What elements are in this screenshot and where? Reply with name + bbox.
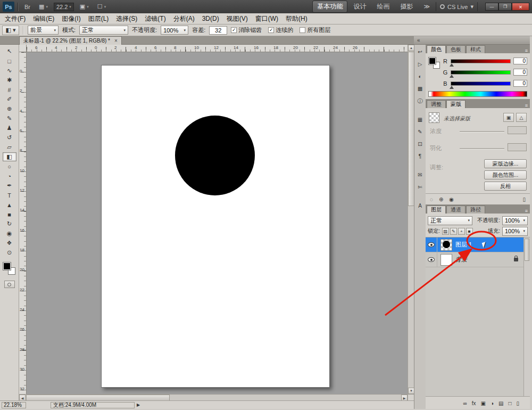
document-canvas[interactable] [101,65,330,388]
layer-comps-panel-icon[interactable]: ▦ [416,116,425,124]
minimize-button[interactable]: — [485,3,498,11]
add-pixel-mask-button[interactable]: ▣ [503,113,514,122]
clone-stamp-tool[interactable]: ♟ [3,124,16,133]
history-panel-icon[interactable]: ↩ [416,48,425,56]
panel-tab[interactable]: 色板 [446,45,466,53]
menu-item[interactable]: 编辑(E) [29,13,58,24]
layer-name[interactable]: 图层 1 [455,241,472,249]
vertical-scrollbar[interactable]: ▲ ▼ [408,45,414,394]
menu-item[interactable]: 视图(V) [223,13,252,24]
checkbox[interactable]: ✓ [268,27,274,33]
layer-blend-mode-dropdown[interactable]: 正常 ▾ [428,216,472,225]
actions-panel-icon[interactable]: ▷ [416,60,425,68]
blend-mode-dropdown[interactable]: 正常 ▾ [79,26,128,35]
disable-mask-icon[interactable]: ◉ [449,196,454,202]
add-layer-mask-icon[interactable]: ▣ [480,400,485,406]
panel-menu-icon[interactable]: ≡ [525,48,528,53]
opacity-field[interactable]: 100% ▾ [161,26,188,35]
channel-slider[interactable] [451,59,511,63]
eye-icon[interactable] [428,257,435,262]
canvas-viewport[interactable] [27,52,408,394]
menu-item[interactable]: 滤镜(T) [141,13,169,24]
eyedropper-tool[interactable]: ✐ [3,95,16,104]
fill-source-dropdown[interactable]: 前景 ▾ [28,26,59,35]
mask-edge-button[interactable]: 蒙版边缘... [484,159,527,168]
slider-thumb-icon[interactable] [450,63,454,67]
brush-panel-icon[interactable]: ✎ [416,128,425,136]
layer-row-layer1[interactable]: 图层 1 [426,237,523,252]
layer-fill-field[interactable]: 100% ▾ [502,227,528,236]
screen-mode-button[interactable]: ☐ ▾ [95,2,109,11]
styles-panel-icon[interactable]: ▩ [416,85,425,93]
channel-slider[interactable] [451,81,511,86]
load-selection-from-mask-icon[interactable]: ◌ [430,196,433,202]
brush-tool[interactable]: ✎ [3,114,16,123]
new-layer-icon[interactable]: □ [508,400,511,406]
eye-icon[interactable] [428,242,435,247]
menu-item[interactable]: 选择(S) [112,13,141,24]
restore-button[interactable]: ❐ [498,3,512,11]
photoshop-logo[interactable]: Ps [3,2,14,12]
layer-name[interactable]: 背景 [455,256,467,264]
tolerance-field[interactable]: 32 [209,26,227,35]
channel-value-field[interactable]: 0 [513,58,527,64]
color-range-button[interactable]: 颜色范围... [484,170,527,179]
paragraph-panel-icon[interactable]: ¶ [416,152,425,160]
quick-selection-tool[interactable]: ✱ [3,76,16,85]
menu-item[interactable]: 帮助(H) [282,13,311,24]
rectangular-marquee-tool[interactable]: □ [3,56,16,65]
checkbox[interactable]: ✓ [231,27,237,33]
arrange-documents-button[interactable]: ▣ ▾ [77,2,92,11]
lasso-tool[interactable]: ∿ [3,66,16,75]
channel-value-field[interactable]: 0 [513,80,527,87]
panel-tab[interactable]: 调整 [427,100,446,108]
layer-style-icon[interactable]: fx [472,400,476,406]
collapse-dock-button[interactable]: « [417,37,420,43]
lock-all-icon[interactable]: ■ [466,228,473,235]
checkbox[interactable] [300,27,305,33]
eraser-tool[interactable]: ▱ [3,143,16,152]
layer-list-scrollbar[interactable] [523,237,530,396]
slider-thumb-icon[interactable] [450,86,454,89]
notes-panel-icon[interactable]: ✉ [416,171,425,179]
channel-slider[interactable] [451,70,511,75]
panel-tab[interactable]: 样式 [466,45,485,53]
channel-value-field[interactable]: 0 [513,69,527,76]
panel-menu-icon[interactable]: ≡ [525,208,528,214]
workspace-button[interactable]: 设计 [348,1,371,13]
layer-list-scroll-thumb[interactable] [525,239,529,261]
history-brush-tool[interactable]: ↺ [3,133,16,142]
view-extras-button[interactable]: ▦ ▾ [36,2,51,11]
apply-mask-icon[interactable]: ⊕ [439,196,443,202]
blur-tool[interactable]: ○ [3,162,16,171]
layer-opacity-field[interactable]: 100% ▾ [502,216,528,225]
zoom-tool[interactable]: ⊙ [3,248,16,257]
menu-item[interactable]: 文件(F) [1,13,29,24]
crop-tool[interactable]: # [3,85,16,94]
path-selection-tool[interactable]: ▲ [3,200,16,209]
3d-orbit-tool[interactable]: ◉ [3,229,16,238]
dodge-tool[interactable]: ◔ [3,171,16,181]
new-group-icon[interactable]: ▤ [498,400,503,406]
zoom-level-dropdown[interactable]: 22.2 ▾ [54,3,74,11]
foreground-color-swatch[interactable] [429,58,436,64]
visibility-cell[interactable] [426,237,437,252]
rectangle-tool[interactable]: ■ [3,210,16,219]
horizontal-ruler[interactable]: 6 4 2 0 2 4 6 8 10 12 14 16 18 20 22 [27,45,408,52]
delete-layer-icon[interactable]: ▯ [516,400,519,406]
character-panel-icon[interactable]: A [416,202,425,210]
menu-item[interactable]: 分析(A) [170,13,198,24]
invert-button[interactable]: 反相 [484,182,527,191]
layer-thumbnail[interactable] [440,254,452,266]
menu-item[interactable]: 3D(D) [198,14,223,23]
close-icon[interactable]: × [114,38,118,44]
visibility-cell[interactable] [426,252,437,267]
type-tool[interactable]: T [3,191,16,200]
document-tab[interactable]: 未标题-1 @ 22.2% (图层 1, RGB/8) * × [19,36,122,45]
panel-tab[interactable]: 图层 [427,206,446,214]
panel-menu-icon[interactable]: ≡ [525,103,528,108]
vertical-ruler[interactable]: 0 2 4 6 8 10 12 14 16 18 20 22 24 26 28 [19,52,27,394]
menu-item[interactable]: 图层(L) [85,13,113,24]
paint-bucket-tool[interactable]: ◧ [3,152,16,161]
lock-position-icon[interactable]: + [458,228,465,235]
